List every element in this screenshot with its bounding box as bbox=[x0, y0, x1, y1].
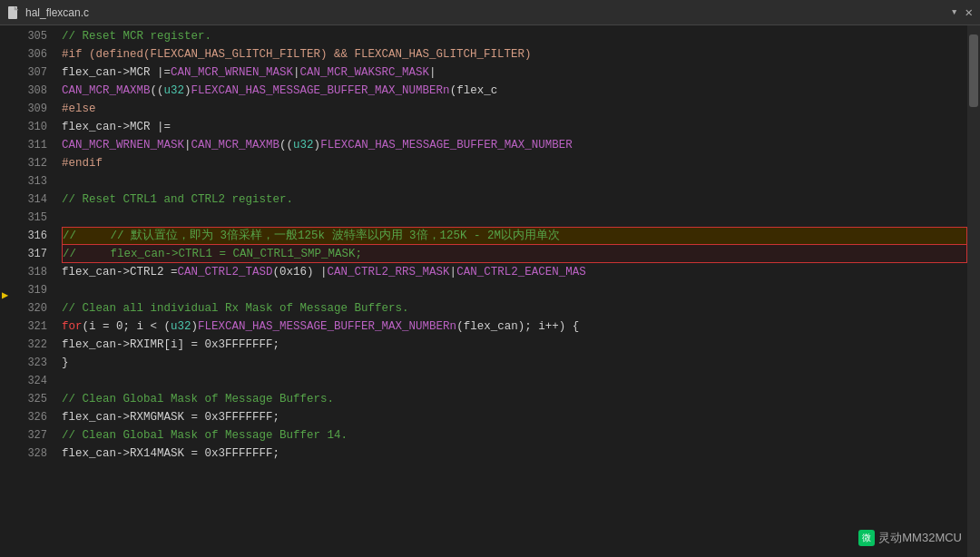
code-line-320: // Clean all individual Rx Mask of Messa… bbox=[62, 299, 967, 318]
code-line-315 bbox=[62, 209, 967, 227]
tab-title: hal_flexcan.c bbox=[25, 6, 89, 19]
code-line-313 bbox=[62, 172, 967, 191]
pin-button[interactable]: ▾ bbox=[951, 5, 958, 20]
line-numbers: 305 306 307 308 309 310 311 312 313 314 … bbox=[13, 25, 54, 557]
code-line-318: flex_can->CTRL2 = CAN_CTRL2_TASD(0x16) |… bbox=[62, 263, 967, 281]
code-line-310: flex_can->MCR |= bbox=[62, 118, 967, 136]
file-icon bbox=[7, 5, 20, 20]
left-gutter: ▶ bbox=[0, 25, 13, 557]
wechat-icon: 微 bbox=[858, 530, 875, 546]
code-line-316: // // 默认置位，即为 3倍采样，一般125k 波特率以内用 3倍，125K… bbox=[62, 227, 967, 245]
scrollbar-vertical[interactable] bbox=[967, 25, 980, 557]
code-line-317: // flex_can->CTRL1 = CAN_CTRL1_SMP_MASK; bbox=[62, 245, 967, 263]
code-area[interactable]: // Reset MCR register. #if (defined(FLEX… bbox=[54, 25, 967, 557]
code-line-326: flex_can->RXMGMASK = 0x3FFFFFFF; bbox=[62, 408, 967, 426]
code-line-307: flex_can->MCR |= CAN_MCR_WRNEN_MASK | CA… bbox=[62, 64, 967, 82]
code-line-327: // Clean Global Mask of Message Buffer 1… bbox=[62, 426, 967, 445]
code-line-328: flex_can->RX14MASK = 0x3FFFFFFF; bbox=[62, 445, 967, 463]
code-line-309: #else bbox=[62, 100, 967, 118]
code-line-308: CAN_MCR_MAXMB((u32)FLEXCAN_HAS_MESSAGE_B… bbox=[62, 82, 967, 100]
code-line-323: } bbox=[62, 354, 967, 372]
scrollbar-thumb[interactable] bbox=[969, 34, 978, 107]
code-line-325: // Clean Global Mask of Message Buffers. bbox=[62, 390, 967, 408]
watermark-text: 灵动MM32MCU bbox=[878, 530, 962, 546]
code-line-312: #endif bbox=[62, 154, 967, 172]
code-line-314: // Reset CTRL1 and CTRL2 register. bbox=[62, 191, 967, 209]
code-line-321: for (i = 0; i < (u32)FLEXCAN_HAS_MESSAGE… bbox=[62, 318, 967, 336]
code-line-324 bbox=[62, 372, 967, 390]
code-line-306: #if (defined(FLEXCAN_HAS_GLITCH_FILTER) … bbox=[62, 45, 967, 64]
code-line-311: CAN_MCR_WRNEN_MASK | CAN_MCR_MAXMB((u32)… bbox=[62, 136, 967, 154]
code-line-319 bbox=[62, 281, 967, 299]
title-bar: hal_flexcan.c ▾ ✕ bbox=[0, 0, 980, 25]
arrow-indicator: ▶ bbox=[2, 288, 8, 302]
code-line-305: // Reset MCR register. bbox=[62, 27, 967, 45]
code-line-322: flex_can->RXIMR[i] = 0x3FFFFFFF; bbox=[62, 336, 967, 354]
close-button[interactable]: ✕ bbox=[965, 5, 973, 20]
watermark: 微 灵动MM32MCU bbox=[858, 530, 962, 546]
